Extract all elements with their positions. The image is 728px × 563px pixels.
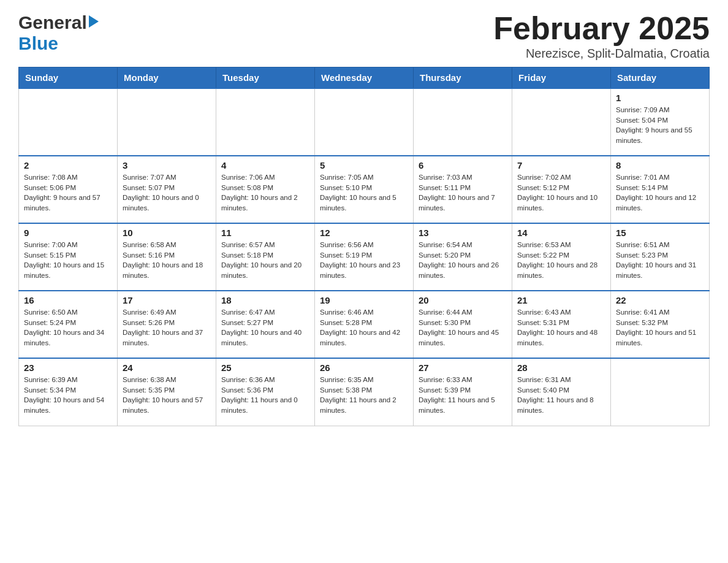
calendar-cell: 2Sunrise: 7:08 AMSunset: 5:06 PMDaylight…	[19, 156, 118, 223]
header-day-monday: Monday	[118, 67, 216, 89]
calendar-cell	[19, 88, 118, 156]
day-number: 14	[517, 228, 605, 238]
day-number: 5	[320, 160, 408, 170]
day-info: Sunrise: 7:09 AMSunset: 5:04 PMDaylight:…	[616, 105, 704, 146]
calendar-cell: 13Sunrise: 6:54 AMSunset: 5:20 PMDayligh…	[414, 223, 512, 291]
day-info: Sunrise: 7:01 AMSunset: 5:14 PMDaylight:…	[616, 172, 704, 213]
day-info: Sunrise: 6:47 AMSunset: 5:27 PMDaylight:…	[221, 307, 309, 348]
calendar-cell: 24Sunrise: 6:38 AMSunset: 5:35 PMDayligh…	[118, 358, 216, 426]
day-info: Sunrise: 7:07 AMSunset: 5:07 PMDaylight:…	[123, 172, 211, 213]
calendar-cell: 12Sunrise: 6:56 AMSunset: 5:19 PMDayligh…	[315, 223, 414, 291]
day-number: 2	[24, 160, 112, 170]
day-number: 23	[24, 362, 112, 373]
month-year-title: February 2025	[493, 12, 710, 44]
week-row-1: 1Sunrise: 7:09 AMSunset: 5:04 PMDaylight…	[19, 88, 710, 156]
day-info: Sunrise: 6:46 AMSunset: 5:28 PMDaylight:…	[320, 307, 408, 348]
day-number: 13	[419, 228, 507, 238]
day-number: 10	[123, 228, 211, 238]
week-row-2: 2Sunrise: 7:08 AMSunset: 5:06 PMDaylight…	[19, 156, 710, 223]
day-number: 20	[419, 295, 507, 305]
day-number: 7	[517, 160, 605, 170]
calendar-cell: 16Sunrise: 6:50 AMSunset: 5:24 PMDayligh…	[19, 291, 118, 358]
day-number: 8	[616, 160, 704, 170]
day-number: 6	[419, 160, 507, 170]
calendar-cell: 3Sunrise: 7:07 AMSunset: 5:07 PMDaylight…	[118, 156, 216, 223]
day-number: 24	[123, 362, 211, 373]
day-number: 15	[616, 228, 704, 238]
calendar-cell: 21Sunrise: 6:43 AMSunset: 5:31 PMDayligh…	[512, 291, 611, 358]
day-info: Sunrise: 6:51 AMSunset: 5:23 PMDaylight:…	[616, 240, 704, 281]
day-number: 28	[517, 362, 605, 373]
day-number: 26	[320, 362, 408, 373]
calendar-cell: 8Sunrise: 7:01 AMSunset: 5:14 PMDaylight…	[611, 156, 710, 223]
day-number: 16	[24, 295, 112, 305]
calendar-cell	[611, 358, 710, 426]
day-info: Sunrise: 6:56 AMSunset: 5:19 PMDaylight:…	[320, 240, 408, 281]
calendar-cell: 27Sunrise: 6:33 AMSunset: 5:39 PMDayligh…	[414, 358, 512, 426]
calendar-cell: 9Sunrise: 7:00 AMSunset: 5:15 PMDaylight…	[19, 223, 118, 291]
day-info: Sunrise: 6:36 AMSunset: 5:36 PMDaylight:…	[221, 375, 309, 416]
calendar-table: SundayMondayTuesdayWednesdayThursdayFrid…	[18, 67, 710, 426]
calendar-cell: 10Sunrise: 6:58 AMSunset: 5:16 PMDayligh…	[118, 223, 216, 291]
day-number: 3	[123, 160, 211, 170]
day-number: 4	[221, 160, 309, 170]
calendar-body: 1Sunrise: 7:09 AMSunset: 5:04 PMDaylight…	[19, 88, 710, 426]
calendar-cell	[414, 88, 512, 156]
location-subtitle: Nerezisce, Split-Dalmatia, Croatia	[493, 47, 710, 61]
calendar-cell	[118, 88, 216, 156]
day-info: Sunrise: 6:57 AMSunset: 5:18 PMDaylight:…	[221, 240, 309, 281]
day-info: Sunrise: 6:43 AMSunset: 5:31 PMDaylight:…	[517, 307, 605, 348]
page-header: General Blue February 2025 Nerezisce, Sp…	[18, 12, 710, 61]
day-number: 18	[221, 295, 309, 305]
calendar-cell: 15Sunrise: 6:51 AMSunset: 5:23 PMDayligh…	[611, 223, 710, 291]
calendar-cell	[216, 88, 315, 156]
calendar-cell: 22Sunrise: 6:41 AMSunset: 5:32 PMDayligh…	[611, 291, 710, 358]
day-info: Sunrise: 7:02 AMSunset: 5:12 PMDaylight:…	[517, 172, 605, 213]
calendar-cell: 14Sunrise: 6:53 AMSunset: 5:22 PMDayligh…	[512, 223, 611, 291]
calendar-cell: 19Sunrise: 6:46 AMSunset: 5:28 PMDayligh…	[315, 291, 414, 358]
week-row-3: 9Sunrise: 7:00 AMSunset: 5:15 PMDaylight…	[19, 223, 710, 291]
logo: General Blue	[18, 12, 99, 54]
day-info: Sunrise: 6:33 AMSunset: 5:39 PMDaylight:…	[419, 375, 507, 416]
logo-general-text: General	[18, 12, 87, 33]
day-info: Sunrise: 6:39 AMSunset: 5:34 PMDaylight:…	[24, 375, 112, 416]
header-row: SundayMondayTuesdayWednesdayThursdayFrid…	[19, 67, 710, 89]
day-number: 11	[221, 228, 309, 238]
calendar-cell: 20Sunrise: 6:44 AMSunset: 5:30 PMDayligh…	[414, 291, 512, 358]
day-info: Sunrise: 6:53 AMSunset: 5:22 PMDaylight:…	[517, 240, 605, 281]
day-info: Sunrise: 6:54 AMSunset: 5:20 PMDaylight:…	[419, 240, 507, 281]
title-block: February 2025 Nerezisce, Split-Dalmatia,…	[493, 12, 710, 61]
header-day-saturday: Saturday	[611, 67, 710, 89]
calendar-cell: 4Sunrise: 7:06 AMSunset: 5:08 PMDaylight…	[216, 156, 315, 223]
calendar-cell: 25Sunrise: 6:36 AMSunset: 5:36 PMDayligh…	[216, 358, 315, 426]
calendar-cell: 23Sunrise: 6:39 AMSunset: 5:34 PMDayligh…	[19, 358, 118, 426]
day-number: 17	[123, 295, 211, 305]
header-day-sunday: Sunday	[19, 67, 118, 89]
day-number: 27	[419, 362, 507, 373]
day-info: Sunrise: 7:06 AMSunset: 5:08 PMDaylight:…	[221, 172, 309, 213]
day-info: Sunrise: 6:35 AMSunset: 5:38 PMDaylight:…	[320, 375, 408, 416]
day-number: 19	[320, 295, 408, 305]
day-info: Sunrise: 7:05 AMSunset: 5:10 PMDaylight:…	[320, 172, 408, 213]
week-row-4: 16Sunrise: 6:50 AMSunset: 5:24 PMDayligh…	[19, 291, 710, 358]
day-info: Sunrise: 6:44 AMSunset: 5:30 PMDaylight:…	[419, 307, 507, 348]
calendar-cell: 6Sunrise: 7:03 AMSunset: 5:11 PMDaylight…	[414, 156, 512, 223]
calendar-cell: 28Sunrise: 6:31 AMSunset: 5:40 PMDayligh…	[512, 358, 611, 426]
logo-blue-text: Blue	[18, 33, 58, 54]
header-day-friday: Friday	[512, 67, 611, 89]
day-info: Sunrise: 7:00 AMSunset: 5:15 PMDaylight:…	[24, 240, 112, 281]
day-info: Sunrise: 6:50 AMSunset: 5:24 PMDaylight:…	[24, 307, 112, 348]
day-info: Sunrise: 6:41 AMSunset: 5:32 PMDaylight:…	[616, 307, 704, 348]
week-row-5: 23Sunrise: 6:39 AMSunset: 5:34 PMDayligh…	[19, 358, 710, 426]
day-info: Sunrise: 7:03 AMSunset: 5:11 PMDaylight:…	[419, 172, 507, 213]
day-number: 9	[24, 228, 112, 238]
calendar-cell: 26Sunrise: 6:35 AMSunset: 5:38 PMDayligh…	[315, 358, 414, 426]
day-info: Sunrise: 6:38 AMSunset: 5:35 PMDaylight:…	[123, 375, 211, 416]
day-number: 1	[616, 93, 704, 103]
calendar-cell	[512, 88, 611, 156]
calendar-cell: 5Sunrise: 7:05 AMSunset: 5:10 PMDaylight…	[315, 156, 414, 223]
calendar-cell: 11Sunrise: 6:57 AMSunset: 5:18 PMDayligh…	[216, 223, 315, 291]
calendar-header: SundayMondayTuesdayWednesdayThursdayFrid…	[19, 67, 710, 89]
header-day-tuesday: Tuesday	[216, 67, 315, 89]
calendar-cell	[315, 88, 414, 156]
